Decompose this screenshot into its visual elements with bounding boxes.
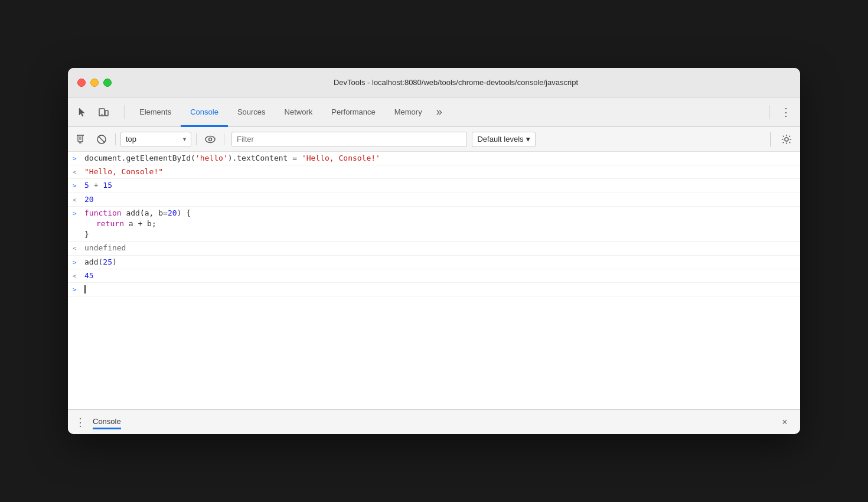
- svg-point-14: [209, 138, 212, 141]
- console-line-6: < undefined: [68, 242, 800, 255]
- line-content-5: function add(a, b=20) { return a + b; }: [84, 208, 795, 240]
- arrow-out-8: <: [73, 270, 84, 281]
- chevron-down-icon: ▾: [183, 136, 186, 142]
- cursor-tool-button[interactable]: [73, 103, 92, 122]
- tab-divider-1: [125, 105, 125, 119]
- arrow-out-6: <: [73, 243, 84, 253]
- svg-point-13: [205, 136, 215, 142]
- minimize-button[interactable]: [90, 79, 99, 87]
- line-content-2: "Hello, Console!": [84, 167, 795, 177]
- traffic-lights: [77, 79, 112, 87]
- console-prompt-line[interactable]: >: [68, 283, 800, 296]
- tab-console[interactable]: Console: [181, 97, 228, 127]
- console-line-1: > document.getElementById('hello').textC…: [68, 152, 800, 165]
- tabs-right-actions: ⋮: [764, 103, 795, 122]
- filter-container: [231, 132, 467, 147]
- console-line-5: > function add(a, b=20) { return a + b; …: [68, 207, 800, 242]
- line-content-1: document.getElementById('hello').textCon…: [84, 153, 795, 164]
- settings-button[interactable]: [778, 131, 795, 148]
- context-selector[interactable]: top ▾: [120, 132, 191, 147]
- cursor-icon: [77, 107, 87, 118]
- arrow-in-3: >: [73, 180, 84, 190]
- no-log-button[interactable]: [93, 131, 110, 148]
- devtools-window: DevTools - localhost:8080/web/tools/chro…: [68, 68, 800, 434]
- tab-elements[interactable]: Elements: [130, 97, 181, 127]
- arrow-in-prompt: >: [73, 284, 84, 294]
- tab-network[interactable]: Network: [275, 97, 322, 127]
- clear-icon: [76, 134, 87, 145]
- console-line-7: > add(25): [68, 256, 800, 269]
- more-options-button[interactable]: ⋮: [776, 103, 795, 122]
- console-toolbar: top ▾ Default levels ▾: [68, 127, 800, 152]
- device-icon: [98, 107, 109, 118]
- line-content-8: 45: [84, 270, 795, 281]
- gear-icon: [781, 134, 792, 145]
- default-levels-button[interactable]: Default levels ▾: [472, 132, 535, 147]
- toolbar-divider: [770, 132, 771, 146]
- default-levels-label: Default levels: [477, 135, 523, 144]
- levels-arrow-icon: ▾: [526, 135, 530, 144]
- device-toggle-button[interactable]: [94, 103, 113, 122]
- arrow-out-4: <: [73, 194, 84, 204]
- console-line-8: < 45: [68, 269, 800, 283]
- arrow-out-2: <: [73, 167, 84, 177]
- console-line-3: > 5 + 15: [68, 179, 800, 193]
- console-input-area[interactable]: [84, 284, 795, 295]
- bottom-dots-menu[interactable]: ⋮: [75, 416, 86, 429]
- title-bar: DevTools - localhost:8080/web/tools/chro…: [68, 68, 800, 97]
- bottom-bar: ⋮ Console ×: [68, 409, 800, 434]
- tab-divider-2: [769, 105, 769, 119]
- context-value: top: [126, 135, 181, 144]
- line-content-7: add(25): [84, 257, 795, 268]
- window-title: DevTools - localhost:8080/web/tools/chro…: [121, 78, 791, 87]
- toolbar-separator-2: [196, 133, 197, 145]
- close-button[interactable]: [77, 79, 86, 87]
- bottom-close-button[interactable]: ×: [776, 414, 793, 431]
- line-content-4: 20: [84, 194, 795, 205]
- maximize-button[interactable]: [103, 79, 112, 87]
- svg-point-15: [785, 138, 788, 141]
- toolbar-separator-3: [224, 133, 224, 145]
- tab-sources[interactable]: Sources: [228, 97, 275, 127]
- tab-toolbar-icons: [73, 103, 113, 122]
- eye-icon: [204, 134, 216, 145]
- line-content-6: undefined: [84, 243, 795, 253]
- console-cursor: [84, 285, 86, 294]
- live-expressions-button[interactable]: [201, 131, 219, 148]
- toolbar-separator-1: [115, 133, 116, 145]
- svg-rect-1: [105, 110, 108, 116]
- tabs-bar: Elements Console Sources Network Perform…: [68, 97, 800, 127]
- tabs-more-button[interactable]: »: [432, 106, 447, 118]
- block-icon: [96, 134, 107, 145]
- arrow-in-1: >: [73, 153, 84, 163]
- arrow-in-7: >: [73, 257, 84, 267]
- line-content-3: 5 + 15: [84, 180, 795, 191]
- console-line-4: < 20: [68, 193, 800, 207]
- tab-performance[interactable]: Performance: [322, 97, 384, 127]
- arrow-in-5: >: [73, 208, 84, 218]
- console-output[interactable]: > document.getElementById('hello').textC…: [68, 152, 800, 409]
- filter-input[interactable]: [237, 135, 462, 144]
- clear-console-button[interactable]: [73, 131, 90, 148]
- console-line-2: < "Hello, Console!": [68, 165, 800, 179]
- svg-line-12: [99, 136, 105, 142]
- bottom-console-tab[interactable]: Console: [93, 417, 121, 427]
- tab-memory[interactable]: Memory: [385, 97, 432, 127]
